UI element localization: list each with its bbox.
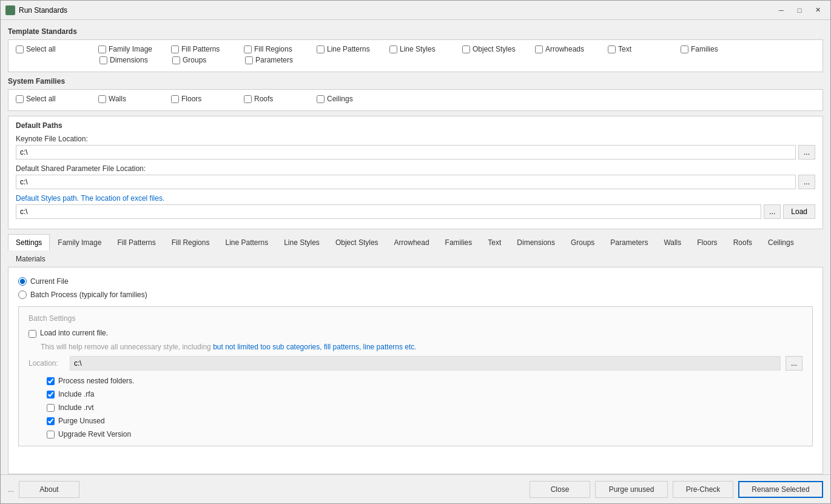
ts-line-styles-item: Line Styles bbox=[389, 45, 450, 53]
minimize-button[interactable]: ─ bbox=[773, 4, 789, 16]
sf-select-all-checkbox[interactable] bbox=[16, 95, 24, 103]
load-hint-link[interactable]: but not limited too sub categories, fill… bbox=[213, 343, 417, 351]
keynote-label: Keynote File Location: bbox=[16, 135, 815, 143]
tab-parameters[interactable]: Parameters bbox=[602, 234, 656, 250]
purge-button[interactable]: Purge unused bbox=[595, 481, 668, 498]
load-into-checkbox[interactable] bbox=[29, 330, 36, 338]
tab-groups[interactable]: Groups bbox=[563, 234, 602, 250]
ts-family-image-item: Family Image bbox=[98, 45, 159, 53]
ts-line-patterns-checkbox[interactable] bbox=[317, 45, 325, 53]
ts-parameters-label: Parameters bbox=[255, 56, 293, 64]
ts-object-styles-label: Object Styles bbox=[473, 45, 516, 53]
location-row: Location: ... bbox=[29, 356, 802, 371]
ts-fill-patterns-item: Fill Patterns bbox=[171, 45, 232, 53]
tab-walls[interactable]: Walls bbox=[656, 234, 689, 250]
ts-line-styles-checkbox[interactable] bbox=[389, 45, 397, 53]
tab-materials[interactable]: Materials bbox=[8, 250, 53, 267]
ts-family-image-checkbox[interactable] bbox=[98, 45, 106, 53]
bottom-bar: ... About Close Purge unused Pre-Check R… bbox=[1, 474, 830, 503]
ts-select-all-checkbox[interactable] bbox=[16, 45, 24, 53]
system-families-row: Select all Walls Floors Roofs Ceilings bbox=[16, 95, 815, 103]
styles-label-text: Default Styles path. bbox=[16, 194, 79, 203]
ts-families-checkbox[interactable] bbox=[681, 45, 688, 53]
tab-fill-regions[interactable]: Fill Regions bbox=[164, 234, 218, 250]
sf-ceilings-label: Ceilings bbox=[327, 95, 353, 103]
sf-roofs-checkbox[interactable] bbox=[244, 95, 252, 103]
load-into-label: Load into current file. bbox=[40, 329, 108, 337]
tab-line-styles[interactable]: Line Styles bbox=[276, 234, 328, 250]
tab-fill-patterns[interactable]: Fill Patterns bbox=[109, 234, 163, 250]
shared-param-input-row: ... bbox=[16, 175, 815, 189]
tab-ceilings[interactable]: Ceilings bbox=[760, 234, 802, 250]
location-browse-button[interactable]: ... bbox=[786, 356, 802, 371]
include-rvt-item: Include .rvt bbox=[47, 403, 802, 412]
include-rfa-label: Include .rfa bbox=[58, 390, 94, 398]
tab-roofs[interactable]: Roofs bbox=[725, 234, 760, 250]
tab-line-patterns[interactable]: Line Patterns bbox=[217, 234, 276, 250]
styles-input-row: ... Load bbox=[16, 204, 815, 219]
shared-param-browse-button[interactable]: ... bbox=[798, 175, 815, 189]
batch-process-radio[interactable] bbox=[18, 291, 27, 299]
sf-roofs-item: Roofs bbox=[244, 95, 304, 103]
close-window-button[interactable]: ✕ bbox=[810, 4, 826, 16]
close-button[interactable]: Close bbox=[530, 481, 590, 498]
tab-object-styles[interactable]: Object Styles bbox=[328, 234, 386, 250]
ts-arrowheads-item: Arrowheads bbox=[535, 45, 596, 53]
styles-browse-button[interactable]: ... bbox=[764, 204, 781, 219]
ts-groups-label: Groups bbox=[183, 56, 206, 64]
ts-fill-regions-checkbox[interactable] bbox=[244, 45, 252, 53]
tab-families[interactable]: Families bbox=[437, 234, 480, 250]
purge-unused-checkbox[interactable] bbox=[47, 417, 55, 425]
default-paths-title: Default Paths bbox=[16, 121, 815, 130]
keynote-input[interactable] bbox=[16, 145, 796, 160]
load-into-row: Load into current file. bbox=[29, 329, 802, 338]
ts-groups-item: Groups bbox=[172, 56, 233, 64]
sf-walls-checkbox[interactable] bbox=[98, 95, 106, 103]
ts-object-styles-checkbox[interactable] bbox=[462, 45, 470, 53]
content-area: Template Standards Select all Family Ima… bbox=[1, 20, 830, 474]
include-rvt-checkbox[interactable] bbox=[47, 404, 55, 412]
tab-dimensions[interactable]: Dimensions bbox=[509, 234, 563, 250]
ts-dimensions-checkbox[interactable] bbox=[99, 56, 107, 64]
styles-label: Default Styles path. The location of exc… bbox=[16, 194, 815, 203]
ts-groups-checkbox[interactable] bbox=[172, 56, 180, 64]
maximize-button[interactable]: □ bbox=[792, 4, 807, 16]
include-rvt-label: Include .rvt bbox=[58, 403, 94, 412]
ts-parameters-checkbox[interactable] bbox=[245, 56, 253, 64]
tabs-container: Settings Family Image Fill Patterns Fill… bbox=[8, 234, 823, 474]
nested-options: Process nested folders. Include .rfa Inc… bbox=[29, 377, 802, 438]
upgrade-revit-checkbox[interactable] bbox=[47, 431, 55, 438]
precheck-button[interactable]: Pre-Check bbox=[673, 481, 733, 498]
tab-settings[interactable]: Settings bbox=[8, 234, 50, 251]
shared-param-input[interactable] bbox=[16, 175, 796, 189]
ts-select-all-label: Select all bbox=[26, 45, 56, 53]
ts-dimensions-item: Dimensions bbox=[99, 56, 160, 64]
sf-floors-checkbox[interactable] bbox=[171, 95, 179, 103]
process-nested-checkbox[interactable] bbox=[47, 377, 55, 385]
ts-parameters-item: Parameters bbox=[245, 56, 306, 64]
styles-load-button[interactable]: Load bbox=[783, 204, 815, 219]
ts-arrowheads-checkbox[interactable] bbox=[535, 45, 543, 53]
load-hint: This will help remove all unnecessary st… bbox=[41, 343, 802, 351]
tab-family-image[interactable]: Family Image bbox=[50, 234, 109, 250]
tab-text[interactable]: Text bbox=[480, 234, 509, 250]
ts-line-patterns-label: Line Patterns bbox=[327, 45, 370, 53]
rename-selected-button[interactable]: Rename Selected bbox=[738, 481, 823, 498]
tab-arrowhead[interactable]: Arrowhead bbox=[386, 234, 437, 250]
tab-floors[interactable]: Floors bbox=[689, 234, 725, 250]
ts-fill-regions-item: Fill Regions bbox=[244, 45, 304, 53]
about-button[interactable]: About bbox=[19, 481, 79, 498]
include-rfa-checkbox[interactable] bbox=[47, 391, 55, 398]
sf-ceilings-item: Ceilings bbox=[317, 95, 377, 103]
app-icon bbox=[5, 5, 15, 15]
styles-input[interactable] bbox=[16, 204, 761, 219]
current-file-radio[interactable] bbox=[18, 277, 27, 286]
ts-fill-patterns-checkbox[interactable] bbox=[171, 45, 179, 53]
current-file-radio-item: Current File bbox=[18, 277, 813, 286]
window-title: Run Standards bbox=[19, 6, 773, 15]
ts-text-checkbox[interactable] bbox=[608, 45, 616, 53]
template-standards-row2: Dimensions Groups Parameters bbox=[16, 56, 815, 64]
location-input[interactable] bbox=[70, 356, 781, 371]
keynote-browse-button[interactable]: ... bbox=[798, 145, 815, 160]
sf-ceilings-checkbox[interactable] bbox=[317, 95, 325, 103]
